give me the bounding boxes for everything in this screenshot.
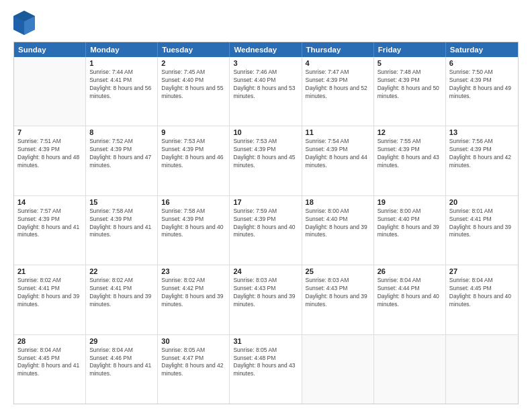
day-number: 2 <box>161 59 226 67</box>
day-number: 16 <box>161 198 226 206</box>
calendar-cell: 17Sunrise: 7:59 AMSunset: 4:39 PMDayligh… <box>230 196 302 265</box>
calendar-cell: 5Sunrise: 7:48 AMSunset: 4:39 PMDaylight… <box>374 57 446 126</box>
day-number: 23 <box>161 267 226 275</box>
day-number: 6 <box>449 59 515 67</box>
header-day-saturday: Saturday <box>446 42 518 57</box>
header <box>13 11 519 35</box>
day-number: 25 <box>306 267 370 275</box>
cell-details: Sunrise: 8:03 AMSunset: 4:43 PMDaylight:… <box>233 277 298 309</box>
calendar-cell <box>374 335 446 404</box>
calendar-cell: 6Sunrise: 7:50 AMSunset: 4:39 PMDaylight… <box>446 57 518 126</box>
cell-details: Sunrise: 8:02 AMSunset: 4:41 PMDaylight:… <box>89 277 154 309</box>
calendar-cell: 15Sunrise: 7:58 AMSunset: 4:39 PMDayligh… <box>86 196 158 265</box>
day-number: 1 <box>89 59 154 67</box>
calendar-cell: 22Sunrise: 8:02 AMSunset: 4:41 PMDayligh… <box>86 265 158 334</box>
cell-details: Sunrise: 7:46 AMSunset: 4:40 PMDaylight:… <box>233 68 298 101</box>
cell-details: Sunrise: 7:53 AMSunset: 4:39 PMDaylight:… <box>161 138 226 170</box>
cell-details: Sunrise: 7:47 AMSunset: 4:39 PMDaylight:… <box>306 68 370 101</box>
calendar-cell: 30Sunrise: 8:05 AMSunset: 4:47 PMDayligh… <box>158 335 230 404</box>
calendar-cell: 14Sunrise: 7:57 AMSunset: 4:39 PMDayligh… <box>14 196 86 265</box>
cell-details: Sunrise: 7:50 AMSunset: 4:39 PMDaylight:… <box>449 68 515 101</box>
day-number: 29 <box>89 337 154 345</box>
cell-details: Sunrise: 7:57 AMSunset: 4:39 PMDaylight:… <box>17 208 82 240</box>
day-number: 10 <box>233 128 298 136</box>
day-number: 22 <box>89 267 154 275</box>
cell-details: Sunrise: 8:02 AMSunset: 4:41 PMDaylight:… <box>17 277 82 309</box>
day-number: 3 <box>233 59 298 67</box>
calendar-cell <box>446 335 518 404</box>
calendar-cell: 2Sunrise: 7:45 AMSunset: 4:40 PMDaylight… <box>158 57 230 126</box>
header-day-wednesday: Wednesday <box>230 42 302 57</box>
header-day-monday: Monday <box>86 42 158 57</box>
calendar-cell: 29Sunrise: 8:04 AMSunset: 4:46 PMDayligh… <box>86 335 158 404</box>
day-number: 18 <box>306 198 370 206</box>
header-day-sunday: Sunday <box>14 42 86 57</box>
calendar-cell: 4Sunrise: 7:47 AMSunset: 4:39 PMDaylight… <box>302 57 374 126</box>
calendar-week-2: 7Sunrise: 7:51 AMSunset: 4:39 PMDaylight… <box>14 126 518 195</box>
day-number: 11 <box>306 128 370 136</box>
cell-details: Sunrise: 8:05 AMSunset: 4:47 PMDaylight:… <box>161 347 226 379</box>
calendar-week-1: 1Sunrise: 7:44 AMSunset: 4:41 PMDaylight… <box>14 57 518 126</box>
calendar-cell: 18Sunrise: 8:00 AMSunset: 4:40 PMDayligh… <box>302 196 374 265</box>
calendar-cell: 26Sunrise: 8:04 AMSunset: 4:44 PMDayligh… <box>374 265 446 334</box>
calendar-cell: 12Sunrise: 7:55 AMSunset: 4:39 PMDayligh… <box>374 126 446 195</box>
day-number: 26 <box>378 267 442 275</box>
calendar-cell <box>302 335 374 404</box>
cell-details: Sunrise: 7:58 AMSunset: 4:39 PMDaylight:… <box>89 208 154 240</box>
day-number: 4 <box>306 59 370 67</box>
day-number: 13 <box>449 128 515 136</box>
day-number: 21 <box>17 267 82 275</box>
calendar-cell: 8Sunrise: 7:52 AMSunset: 4:39 PMDaylight… <box>86 126 158 195</box>
header-day-thursday: Thursday <box>302 42 374 57</box>
cell-details: Sunrise: 7:56 AMSunset: 4:39 PMDaylight:… <box>449 138 515 170</box>
calendar-cell: 25Sunrise: 8:03 AMSunset: 4:43 PMDayligh… <box>302 265 374 334</box>
calendar-cell: 11Sunrise: 7:54 AMSunset: 4:39 PMDayligh… <box>302 126 374 195</box>
cell-details: Sunrise: 8:00 AMSunset: 4:40 PMDaylight:… <box>378 208 442 240</box>
calendar-body: 1Sunrise: 7:44 AMSunset: 4:41 PMDaylight… <box>14 57 518 404</box>
cell-details: Sunrise: 7:54 AMSunset: 4:39 PMDaylight:… <box>306 138 370 170</box>
cell-details: Sunrise: 8:04 AMSunset: 4:45 PMDaylight:… <box>17 347 82 379</box>
cell-details: Sunrise: 8:04 AMSunset: 4:45 PMDaylight:… <box>449 277 515 309</box>
cell-details: Sunrise: 7:53 AMSunset: 4:39 PMDaylight:… <box>233 138 298 170</box>
cell-details: Sunrise: 8:03 AMSunset: 4:43 PMDaylight:… <box>306 277 370 309</box>
day-number: 24 <box>233 267 298 275</box>
calendar-week-4: 21Sunrise: 8:02 AMSunset: 4:41 PMDayligh… <box>14 265 518 334</box>
calendar-cell: 3Sunrise: 7:46 AMSunset: 4:40 PMDaylight… <box>230 57 302 126</box>
cell-details: Sunrise: 8:00 AMSunset: 4:40 PMDaylight:… <box>306 208 370 240</box>
calendar-week-5: 28Sunrise: 8:04 AMSunset: 4:45 PMDayligh… <box>14 335 518 404</box>
cell-details: Sunrise: 8:01 AMSunset: 4:41 PMDaylight:… <box>449 208 515 240</box>
calendar-cell: 27Sunrise: 8:04 AMSunset: 4:45 PMDayligh… <box>446 265 518 334</box>
cell-details: Sunrise: 8:04 AMSunset: 4:46 PMDaylight:… <box>89 347 154 379</box>
day-number: 8 <box>89 128 154 136</box>
header-day-tuesday: Tuesday <box>158 42 230 57</box>
cell-details: Sunrise: 7:58 AMSunset: 4:39 PMDaylight:… <box>161 208 226 240</box>
logo <box>13 11 38 35</box>
cell-details: Sunrise: 7:55 AMSunset: 4:39 PMDaylight:… <box>378 138 442 170</box>
day-number: 12 <box>378 128 442 136</box>
day-number: 27 <box>449 267 515 275</box>
logo-icon <box>13 11 35 35</box>
day-number: 15 <box>89 198 154 206</box>
day-number: 5 <box>378 59 442 67</box>
day-number: 17 <box>233 198 298 206</box>
calendar-week-3: 14Sunrise: 7:57 AMSunset: 4:39 PMDayligh… <box>14 196 518 265</box>
day-number: 14 <box>17 198 82 206</box>
calendar-cell: 13Sunrise: 7:56 AMSunset: 4:39 PMDayligh… <box>446 126 518 195</box>
calendar-cell: 7Sunrise: 7:51 AMSunset: 4:39 PMDaylight… <box>14 126 86 195</box>
day-number: 28 <box>17 337 82 345</box>
page: SundayMondayTuesdayWednesdayThursdayFrid… <box>0 0 532 411</box>
calendar-cell <box>14 57 86 126</box>
header-day-friday: Friday <box>374 42 446 57</box>
cell-details: Sunrise: 7:44 AMSunset: 4:41 PMDaylight:… <box>89 68 154 101</box>
calendar-header: SundayMondayTuesdayWednesdayThursdayFrid… <box>14 42 518 57</box>
calendar-cell: 10Sunrise: 7:53 AMSunset: 4:39 PMDayligh… <box>230 126 302 195</box>
calendar-cell: 1Sunrise: 7:44 AMSunset: 4:41 PMDaylight… <box>86 57 158 126</box>
cell-details: Sunrise: 7:51 AMSunset: 4:39 PMDaylight:… <box>17 138 82 170</box>
calendar-cell: 28Sunrise: 8:04 AMSunset: 4:45 PMDayligh… <box>14 335 86 404</box>
calendar: SundayMondayTuesdayWednesdayThursdayFrid… <box>13 42 519 404</box>
calendar-cell: 24Sunrise: 8:03 AMSunset: 4:43 PMDayligh… <box>230 265 302 334</box>
calendar-cell: 31Sunrise: 8:05 AMSunset: 4:48 PMDayligh… <box>230 335 302 404</box>
calendar-cell: 21Sunrise: 8:02 AMSunset: 4:41 PMDayligh… <box>14 265 86 334</box>
cell-details: Sunrise: 7:52 AMSunset: 4:39 PMDaylight:… <box>89 138 154 170</box>
day-number: 7 <box>17 128 82 136</box>
